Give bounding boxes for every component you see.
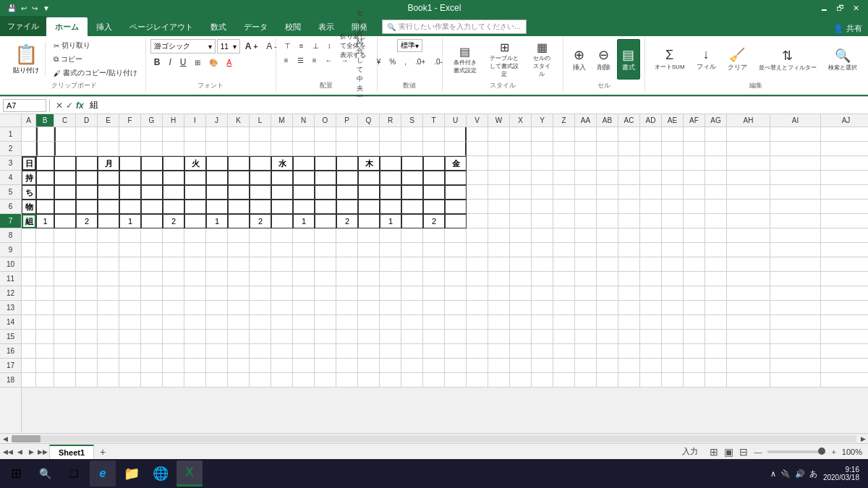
cell-P2[interactable]: [336, 142, 358, 156]
cell-M13[interactable]: [271, 301, 293, 315]
cell-AA6[interactable]: [575, 200, 597, 214]
cell-AB12[interactable]: [597, 286, 618, 301]
cell-K6[interactable]: [228, 200, 250, 214]
cell-S3[interactable]: [401, 156, 423, 171]
cell-Q8[interactable]: [358, 228, 380, 243]
cell-V6[interactable]: [467, 200, 488, 214]
cell-K7[interactable]: [228, 214, 250, 228]
cell-P18[interactable]: [336, 373, 358, 388]
cell-K8[interactable]: [228, 228, 250, 243]
cell-AA10[interactable]: [575, 257, 597, 272]
cell-W5[interactable]: [488, 185, 510, 200]
col-header-AF[interactable]: AF: [684, 114, 705, 127]
tab-page-layout[interactable]: ページレイアウト: [121, 17, 202, 36]
cell-K10[interactable]: [228, 257, 250, 272]
cell-AG4[interactable]: [705, 171, 727, 185]
cell-AE13[interactable]: [662, 301, 684, 315]
format-painter-button[interactable]: 🖌 書式のコピー/貼り付け: [50, 67, 141, 80]
cell-AF15[interactable]: [684, 330, 705, 344]
cell-AA5[interactable]: [575, 185, 597, 200]
quick-access-toolbar[interactable]: 💾 ↩ ↪ ▼: [6, 4, 51, 12]
col-header-AE[interactable]: AE: [662, 114, 684, 127]
cell-AD5[interactable]: [640, 185, 662, 200]
cell-AH16[interactable]: [727, 344, 770, 359]
cell-AC16[interactable]: [618, 344, 640, 359]
col-header-AI[interactable]: AI: [770, 114, 821, 127]
cell-P15[interactable]: [336, 330, 358, 344]
cell-V13[interactable]: [467, 301, 488, 315]
cell-Z5[interactable]: [553, 185, 575, 200]
cell-M4[interactable]: [271, 171, 293, 185]
cell-B5[interactable]: [36, 185, 54, 200]
cell-B10[interactable]: [36, 257, 54, 272]
cell-R2[interactable]: [380, 142, 401, 156]
cell-AD13[interactable]: [640, 301, 662, 315]
cell-AH18[interactable]: [727, 373, 770, 388]
ie-button[interactable]: e: [90, 461, 116, 487]
cell-D18[interactable]: [76, 373, 98, 388]
cell-N17[interactable]: [293, 359, 315, 373]
cell-styles-button[interactable]: ▦ セルのスタイル: [526, 39, 558, 80]
paste-button[interactable]: 📋 貼り付け: [7, 42, 46, 77]
cell-AA2[interactable]: [575, 142, 597, 156]
col-header-Y[interactable]: Y: [532, 114, 553, 127]
cell-AF5[interactable]: [684, 185, 705, 200]
cell-T6[interactable]: [423, 200, 445, 214]
cell-S13[interactable]: [401, 301, 423, 315]
cell-AH3[interactable]: [727, 156, 770, 171]
cell-C5[interactable]: [54, 185, 76, 200]
cell-K17[interactable]: [228, 359, 250, 373]
cell-U17[interactable]: [445, 359, 467, 373]
cell-X13[interactable]: [510, 301, 532, 315]
cell-I5[interactable]: [184, 185, 206, 200]
cell-T13[interactable]: [423, 301, 445, 315]
cell-N12[interactable]: [293, 286, 315, 301]
cell-C6[interactable]: [54, 200, 76, 214]
cell-H11[interactable]: [163, 272, 184, 286]
cell-L1[interactable]: [250, 127, 271, 142]
zoom-thumb[interactable]: [818, 448, 825, 455]
cell-L13[interactable]: [250, 301, 271, 315]
cell-F16[interactable]: [119, 344, 141, 359]
cell-V18[interactable]: [467, 373, 488, 388]
cell-L17[interactable]: [250, 359, 271, 373]
col-header-O[interactable]: O: [315, 114, 336, 127]
cell-C12[interactable]: [54, 286, 76, 301]
clock[interactable]: 9:16 2020/03/18: [823, 466, 859, 481]
cell-AG11[interactable]: [705, 272, 727, 286]
cell-L7[interactable]: 2: [250, 214, 271, 228]
align-left-button[interactable]: ≡: [281, 53, 292, 67]
cell-AD6[interactable]: [640, 200, 662, 214]
cell-E17[interactable]: [98, 359, 119, 373]
cell-T4[interactable]: [423, 171, 445, 185]
cell-Y12[interactable]: [532, 286, 553, 301]
close-button[interactable]: ✕: [849, 2, 862, 14]
cell-T3[interactable]: [423, 156, 445, 171]
cell-K2[interactable]: [228, 142, 250, 156]
cell-M16[interactable]: [271, 344, 293, 359]
cell-P3[interactable]: [336, 156, 358, 171]
cell-A18[interactable]: [22, 373, 36, 388]
cell-N5[interactable]: [293, 185, 315, 200]
cell-V7[interactable]: [467, 214, 488, 228]
cell-G1[interactable]: [141, 127, 163, 142]
cell-D11[interactable]: [76, 272, 98, 286]
cell-AB15[interactable]: [597, 330, 618, 344]
cell-X12[interactable]: [510, 286, 532, 301]
cell-AC18[interactable]: [618, 373, 640, 388]
cell-V3[interactable]: [467, 156, 488, 171]
cell-AB13[interactable]: [597, 301, 618, 315]
cell-AB16[interactable]: [597, 344, 618, 359]
cell-J1[interactable]: [206, 127, 228, 142]
cell-M8[interactable]: [271, 228, 293, 243]
cell-C13[interactable]: [54, 301, 76, 315]
customize-icon[interactable]: ▼: [41, 4, 51, 12]
cell-AE1[interactable]: [662, 127, 684, 142]
cell-U5[interactable]: [445, 185, 467, 200]
row-num-4[interactable]: 4: [0, 171, 21, 185]
zoom-slider[interactable]: [767, 450, 825, 453]
cell-AA3[interactable]: [575, 156, 597, 171]
cell-O4[interactable]: [315, 171, 336, 185]
cell-L2[interactable]: [250, 142, 271, 156]
cell-AA12[interactable]: [575, 286, 597, 301]
